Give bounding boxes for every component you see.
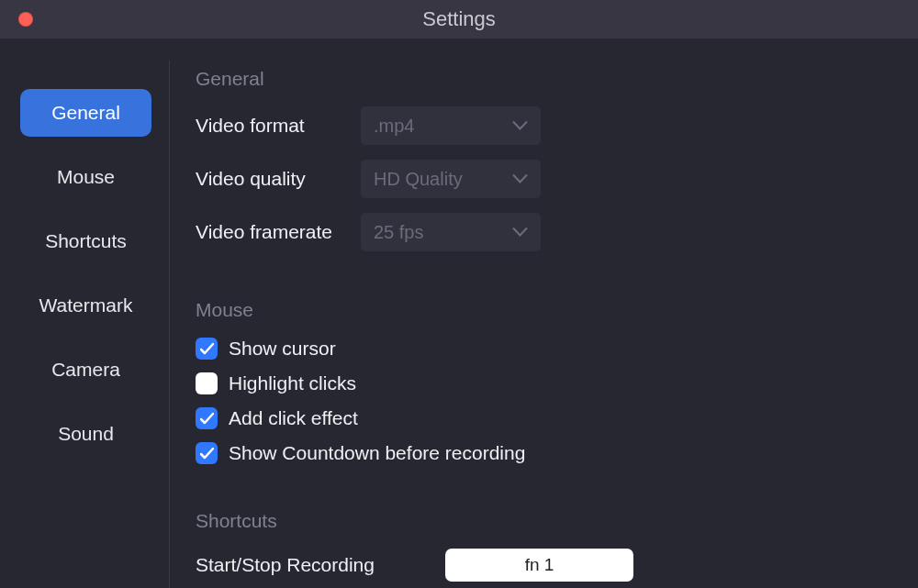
check-icon — [200, 448, 214, 460]
select-value: .mp4 — [374, 116, 414, 137]
shortcut-field-start-stop[interactable]: fn 1 — [445, 549, 633, 582]
label-video-quality: Video quality — [196, 168, 361, 190]
check-icon — [200, 413, 214, 425]
sidebar: General Mouse Shortcuts Watermark Camera… — [0, 39, 170, 588]
body-area: General Mouse Shortcuts Watermark Camera… — [0, 39, 918, 588]
select-value: 25 fps — [374, 222, 423, 243]
sidebar-item-sound[interactable]: Sound — [20, 410, 151, 458]
sidebar-item-watermark[interactable]: Watermark — [20, 282, 151, 329]
option-add-click-effect: Add click effect — [196, 407, 890, 429]
select-video-framerate[interactable]: 25 fps — [361, 213, 541, 251]
checkbox-label: Show cursor — [229, 338, 336, 360]
checkbox-show-cursor[interactable] — [196, 338, 218, 360]
row-video-framerate: Video framerate 25 fps — [196, 213, 890, 251]
select-value: HD Quality — [374, 169, 463, 190]
sidebar-item-camera[interactable]: Camera — [20, 346, 151, 394]
row-start-stop-recording: Start/Stop Recording fn 1 — [196, 549, 890, 582]
sidebar-item-label: Shortcuts — [45, 230, 127, 252]
option-highlight-clicks: Highlight clicks — [196, 372, 890, 394]
sidebar-item-label: Camera — [51, 359, 120, 381]
section-title-shortcuts: Shortcuts — [196, 510, 890, 532]
label-video-framerate: Video framerate — [196, 221, 361, 243]
checkbox-highlight-clicks[interactable] — [196, 372, 218, 394]
titlebar: Settings — [0, 0, 918, 39]
sidebar-item-label: Watermark — [39, 294, 133, 316]
sidebar-item-shortcuts[interactable]: Shortcuts — [20, 217, 151, 265]
sidebar-item-label: Sound — [58, 423, 114, 445]
label-start-stop-recording: Start/Stop Recording — [196, 554, 445, 576]
check-icon — [200, 343, 214, 355]
chevron-down-icon — [512, 227, 528, 238]
sidebar-item-label: Mouse — [57, 166, 115, 188]
checkbox-label: Highlight clicks — [229, 372, 356, 394]
checkbox-show-countdown[interactable] — [196, 442, 218, 464]
checkbox-add-click-effect[interactable] — [196, 407, 218, 429]
select-video-quality[interactable]: HD Quality — [361, 160, 541, 198]
sidebar-item-general[interactable]: General — [20, 89, 151, 137]
window-title: Settings — [0, 7, 918, 31]
sidebar-item-label: General — [51, 102, 120, 124]
chevron-down-icon — [512, 121, 528, 131]
checkbox-label: Add click effect — [229, 407, 358, 429]
shortcut-value: fn 1 — [525, 555, 554, 575]
row-video-quality: Video quality HD Quality — [196, 160, 890, 198]
option-show-cursor: Show cursor — [196, 338, 890, 360]
chevron-down-icon — [512, 174, 528, 184]
option-show-countdown: Show Countdown before recording — [196, 442, 890, 464]
section-title-general: General — [196, 68, 890, 90]
section-title-mouse: Mouse — [196, 299, 890, 321]
close-window-button[interactable] — [18, 12, 33, 27]
sidebar-item-mouse[interactable]: Mouse — [20, 153, 151, 201]
main-panel: General Video format .mp4 Video quality … — [170, 39, 918, 588]
checkbox-label: Show Countdown before recording — [229, 442, 525, 464]
label-video-format: Video format — [196, 115, 361, 137]
select-video-format[interactable]: .mp4 — [361, 106, 541, 145]
row-video-format: Video format .mp4 — [196, 106, 890, 145]
